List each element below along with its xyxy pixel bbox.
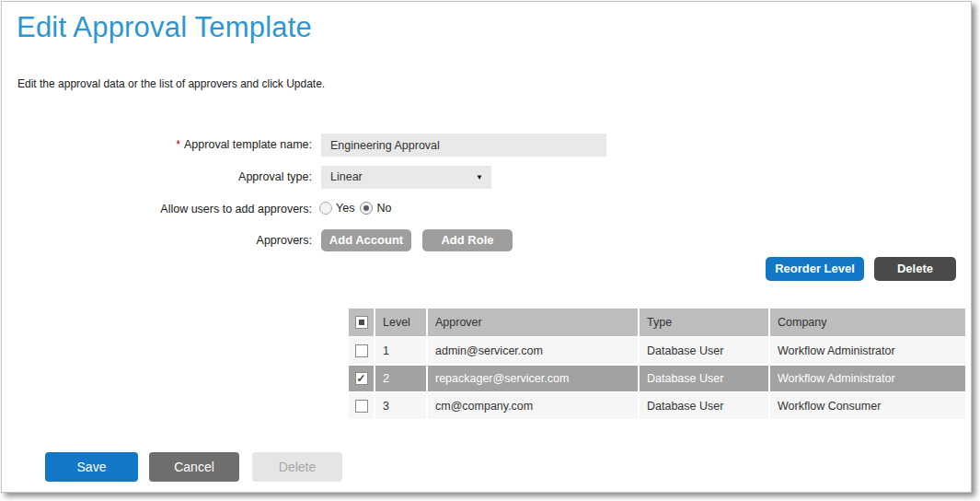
radio-icon bbox=[360, 202, 373, 215]
cell-approver: admin@servicer.com bbox=[428, 338, 638, 364]
table-header-row: Level Approver Type Company bbox=[349, 309, 965, 336]
row-checkbox[interactable] bbox=[355, 372, 368, 385]
approval-type-select[interactable]: Linear ▼ bbox=[321, 166, 491, 189]
delete-button[interactable]: Delete bbox=[252, 452, 342, 482]
header-checkbox-cell bbox=[349, 309, 374, 336]
cell-level: 3 bbox=[375, 393, 426, 419]
approval-type-value: Linear bbox=[330, 170, 363, 183]
page-subtitle: Edit the approval data or the list of ap… bbox=[17, 77, 325, 90]
allow-users-radio-group: Yes No bbox=[319, 202, 397, 215]
radio-icon bbox=[319, 202, 332, 215]
chevron-down-icon: ▼ bbox=[476, 166, 483, 189]
column-header-type: Type bbox=[640, 309, 768, 336]
radio-yes-label: Yes bbox=[336, 202, 354, 215]
radio-option-yes[interactable]: Yes bbox=[319, 202, 354, 215]
row-checkbox-cell bbox=[349, 366, 374, 391]
table-row[interactable]: 1 admin@servicer.com Database User Workf… bbox=[349, 338, 965, 364]
cancel-button[interactable]: Cancel bbox=[149, 452, 239, 482]
template-name-input[interactable] bbox=[321, 134, 606, 157]
cell-company: Workflow Consumer bbox=[770, 393, 965, 419]
table-row[interactable]: 3 cm@company.com Database User Workflow … bbox=[349, 393, 965, 419]
radio-option-no[interactable]: No bbox=[360, 202, 391, 215]
row-checkbox[interactable] bbox=[355, 400, 368, 413]
column-header-level: Level bbox=[375, 309, 426, 336]
cell-approver: cm@company.com bbox=[428, 393, 638, 419]
row-checkbox-cell bbox=[349, 338, 374, 364]
footer-actions: Save Cancel Delete bbox=[2, 452, 971, 482]
cell-type: Database User bbox=[640, 393, 768, 419]
delete-selected-button[interactable]: Delete bbox=[874, 257, 956, 281]
row-checkbox[interactable] bbox=[355, 344, 368, 357]
add-role-button[interactable]: Add Role bbox=[422, 229, 513, 251]
required-asterisk: * bbox=[176, 138, 180, 151]
page-title: Edit Approval Template bbox=[17, 11, 312, 44]
row-checkbox-cell bbox=[349, 393, 374, 419]
approvers-label: Approvers: bbox=[2, 229, 312, 251]
approval-type-label: Approval type: bbox=[2, 166, 312, 189]
allow-users-label: Allow users to add approvers: bbox=[2, 199, 312, 219]
select-all-checkbox[interactable] bbox=[355, 316, 368, 329]
edit-approval-template-page: Edit Approval Template Edit the approval… bbox=[1, 1, 972, 493]
cell-level: 1 bbox=[375, 338, 426, 364]
template-name-label: *Approval template name: bbox=[2, 134, 312, 157]
cell-type: Database User bbox=[640, 338, 768, 364]
table-row[interactable]: 2 repackager@servicer.com Database User … bbox=[349, 366, 965, 391]
radio-no-label: No bbox=[376, 202, 391, 215]
table-actions: Reorder Level Delete bbox=[2, 257, 971, 281]
cell-level: 2 bbox=[375, 366, 426, 391]
column-header-approver: Approver bbox=[428, 309, 638, 336]
save-button[interactable]: Save bbox=[45, 452, 138, 482]
approvers-table: Level Approver Type Company 1 admin@serv… bbox=[347, 307, 967, 421]
add-account-button[interactable]: Add Account bbox=[321, 229, 411, 251]
cell-company: Workflow Administrator bbox=[770, 366, 965, 391]
cell-type: Database User bbox=[640, 366, 768, 391]
reorder-level-button[interactable]: Reorder Level bbox=[766, 257, 864, 281]
cell-approver: repackager@servicer.com bbox=[428, 366, 638, 391]
column-header-company: Company bbox=[770, 309, 965, 336]
template-name-label-text: Approval template name: bbox=[184, 138, 312, 151]
cell-company: Workflow Administrator bbox=[770, 338, 965, 364]
